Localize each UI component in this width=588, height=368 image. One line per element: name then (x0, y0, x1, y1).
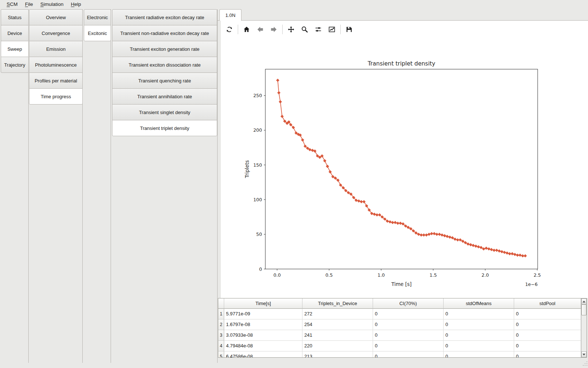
table-row-4[interactable]: 44.79484e-08220000 (218, 341, 587, 351)
tab-sweep[interactable]: Sweep (1, 41, 29, 57)
column-header-stdofmeans[interactable]: stdOfMeans (444, 298, 514, 309)
table-row-1[interactable]: 15.9771e-09272000 (218, 309, 587, 319)
forward-button[interactable] (269, 24, 279, 35)
table-row-3[interactable]: 33.07933e-08241000 (218, 330, 587, 341)
zoom-button[interactable] (300, 24, 310, 35)
cell: 0 (444, 341, 514, 351)
scrollbar-thumb[interactable] (581, 304, 587, 315)
back-button[interactable] (255, 24, 265, 35)
row-index: 3 (218, 330, 224, 341)
tab-status[interactable]: Status (1, 9, 29, 25)
table-row-2[interactable]: 21.6797e-08254000 (218, 319, 587, 330)
back-icon (257, 26, 264, 33)
menu-item-scm[interactable]: SCM (3, 1, 21, 8)
tab-transient-exciton-dissociation-rate[interactable]: Transient exciton dissociation rate (112, 57, 217, 73)
tab-label: Electronic (87, 15, 108, 20)
plot-canvas[interactable]: Transient triplet density0.00.51.01.52.0… (221, 21, 588, 300)
nav-column-level4: Transient radiative exciton decay rateTr… (112, 9, 217, 136)
plot-tab-active[interactable]: 1.0N (219, 9, 241, 21)
tab-label: Transient exciton dissociation rate (129, 62, 201, 68)
tab-transient-quenching-rate[interactable]: Transient quenching rate (112, 72, 217, 89)
toolbar-separator (282, 25, 283, 34)
save-button[interactable] (344, 24, 354, 35)
tab-overview[interactable]: Overview (29, 9, 83, 25)
svg-text:1.0: 1.0 (377, 272, 385, 278)
tab-transient-radiative-exciton-decay-rate[interactable]: Transient radiative exciton decay rate (112, 9, 217, 25)
tab-label: Trajectory (4, 62, 25, 68)
tab-excitonic[interactable]: Excitonic (84, 25, 111, 41)
column-header-ci-70[interactable]: CI(70%) (373, 298, 444, 309)
tab-transient-exciton-generation-rate[interactable]: Transient exciton generation rate (112, 41, 217, 57)
nav-column-level1: StatusDeviceSweepTrajectory (1, 9, 29, 73)
svg-text:1e−6: 1e−6 (525, 282, 538, 287)
customize-plot-icon (328, 26, 336, 33)
scroll-down-icon (582, 354, 585, 355)
cell: 3.07933e-08 (224, 330, 302, 341)
cell: 0 (514, 330, 581, 341)
tab-transient-triplet-density[interactable]: Transient triplet density (112, 120, 217, 136)
column-header-triplets-in-device[interactable]: Triplets_in_Device (302, 298, 373, 309)
cell: 0 (444, 351, 514, 358)
toolbar-separator (238, 25, 238, 34)
pan-icon (287, 26, 295, 33)
column-header-stdpool[interactable]: stdPool (514, 298, 581, 309)
cell: 220 (302, 341, 373, 351)
pane-border-4 (217, 9, 218, 363)
pan-button[interactable] (286, 24, 296, 35)
svg-text:0.5: 0.5 (326, 272, 333, 278)
menu-item-file[interactable]: File (21, 1, 37, 8)
svg-text:Triplets: Triplets (244, 160, 250, 178)
tab-label: Transient non-radiative exciton decay ra… (120, 31, 209, 36)
tab-label: Emission (46, 46, 66, 52)
tab-transient-singlet-density[interactable]: Transient singlet density (112, 104, 217, 120)
forward-icon (270, 26, 277, 33)
row-index: 2 (218, 319, 224, 330)
tab-label: Profiles per material (35, 78, 77, 84)
cell: 1.6797e-08 (224, 319, 302, 330)
tab-device[interactable]: Device (1, 25, 29, 41)
tab-transient-annihilation-rate[interactable]: Transient annihilation rate (112, 88, 217, 105)
tab-time-progress[interactable]: Time progress (29, 88, 83, 105)
zoom-icon (301, 26, 308, 33)
tab-convergence[interactable]: Convergence (29, 25, 83, 41)
configure-subplots-button[interactable] (313, 24, 323, 35)
home-button[interactable] (241, 24, 252, 35)
menu-item-help[interactable]: Help (67, 1, 85, 8)
nav-column-level3: ElectronicExcitonic (84, 9, 111, 41)
column-header-time-s[interactable]: Time[s] (224, 298, 302, 309)
tab-label: Photoluminescence (35, 62, 76, 68)
svg-text:2.5: 2.5 (534, 272, 541, 278)
tab-emission[interactable]: Emission (29, 41, 83, 57)
cell: 0 (514, 341, 581, 351)
cell: 213 (302, 351, 373, 358)
menu-item-simulation[interactable]: Simulation (37, 1, 67, 8)
table-scrollbar[interactable] (581, 298, 587, 357)
tab-label: Device (7, 31, 22, 36)
refresh-button[interactable] (224, 24, 234, 35)
resize-grip[interactable] (583, 361, 587, 366)
tab-label: Overview (46, 15, 66, 20)
tab-profiles-per-material[interactable]: Profiles per material (29, 72, 83, 89)
tab-trajectory[interactable]: Trajectory (1, 57, 29, 73)
table-row-5[interactable]: 56.47586e-08213000 (218, 351, 587, 358)
nav-column-level2: OverviewConvergenceEmissionPhotoluminesc… (29, 9, 83, 105)
svg-text:100: 100 (253, 197, 262, 202)
cell: 254 (302, 319, 373, 330)
cell: 272 (302, 309, 373, 319)
tab-transient-non-radiative-exciton-decay-rate[interactable]: Transient non-radiative exciton decay ra… (112, 25, 217, 41)
tab-label: Transient annihilation rate (137, 94, 192, 99)
table-corner-cell (218, 298, 224, 309)
tab-label: Transient exciton generation rate (130, 46, 200, 52)
svg-text:250: 250 (253, 93, 262, 98)
cell: 0 (373, 309, 444, 319)
menu-bar: SCMFileSimulationHelp (0, 0, 588, 8)
tab-photoluminescence[interactable]: Photoluminescence (29, 57, 83, 73)
svg-text:1.5: 1.5 (430, 272, 437, 278)
tab-label: Excitonic (88, 31, 107, 36)
scroll-down-button[interactable] (581, 351, 587, 357)
configure-subplots-icon (315, 26, 322, 33)
tab-electronic[interactable]: Electronic (84, 9, 111, 25)
svg-text:0: 0 (259, 266, 262, 272)
customize-plot-button[interactable] (327, 24, 337, 35)
save-icon (345, 26, 353, 33)
